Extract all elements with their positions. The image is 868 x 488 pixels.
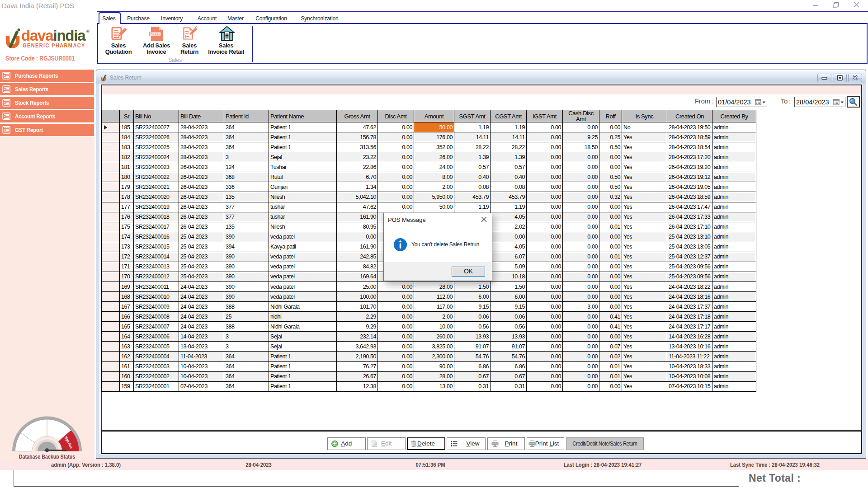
- svg-text:INVOICE: INVOICE: [151, 33, 160, 35]
